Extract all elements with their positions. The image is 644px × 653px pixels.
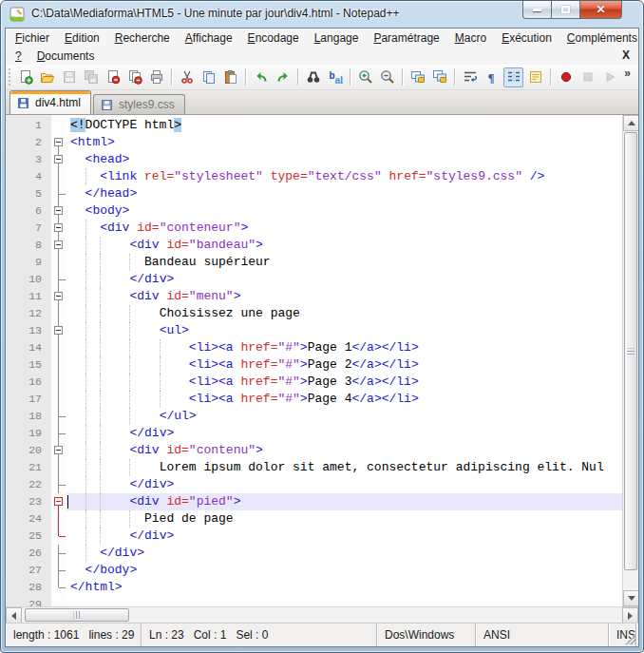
- fold-collapse-box-icon[interactable]: [54, 292, 63, 300]
- resize-grip[interactable]: [625, 633, 636, 644]
- fold-marker[interactable]: [51, 237, 66, 254]
- tab-div4-html[interactable]: div4.html: [9, 90, 91, 114]
- code-line-text: <li><a href="#">Page 1</a></li>: [66, 339, 622, 356]
- vertical-scrollbar[interactable]: [622, 115, 638, 606]
- cut-button[interactable]: [177, 67, 197, 87]
- horizontal-scrollbar[interactable]: [6, 606, 638, 623]
- fold-marker[interactable]: [51, 151, 66, 168]
- menu-item-help[interactable]: ?: [8, 48, 29, 65]
- fold-marker[interactable]: [51, 322, 66, 339]
- zoom-in-icon: [358, 69, 373, 85]
- function-list-button[interactable]: [525, 67, 545, 87]
- indent-guide-line: [129, 459, 130, 476]
- menu-item-recherche[interactable]: Recherche: [107, 29, 178, 47]
- record-macro-button[interactable]: [556, 67, 576, 87]
- fold-margin-cell: [51, 545, 66, 562]
- menu-item-compl-ments[interactable]: Compléments: [559, 29, 644, 47]
- fold-marker[interactable]: [51, 220, 66, 237]
- fold-marker[interactable]: [51, 288, 66, 305]
- indent-guide-line: [85, 391, 86, 408]
- code-line-6: 6 <body>: [6, 202, 622, 220]
- thumb-grip: [627, 348, 635, 355]
- code-segments: Lorem ipsum dolor sit amet, consectetur …: [70, 460, 604, 474]
- indent-guide-line: [85, 339, 86, 356]
- arrow-right-icon: [628, 612, 636, 620]
- open-folder-button[interactable]: [37, 67, 57, 87]
- sync-horizontal-scroll-icon: [432, 69, 447, 85]
- print-button[interactable]: [146, 67, 166, 87]
- zoom-in-button[interactable]: [355, 67, 375, 87]
- menu-item-macro[interactable]: Macro: [447, 29, 494, 47]
- close-document-x-button[interactable]: X: [622, 48, 630, 62]
- replace-button[interactable]: bab: [325, 67, 345, 87]
- tab-styles9-css[interactable]: styles9.css: [93, 94, 185, 114]
- horizontal-scrollbar-thumb[interactable]: [25, 608, 129, 622]
- indent-guide-line: [100, 459, 101, 476]
- fold-marker[interactable]: [51, 442, 66, 459]
- line-number: 23: [6, 493, 51, 510]
- thumb-grip: [74, 611, 81, 619]
- fold-collapse-box-icon[interactable]: [54, 326, 63, 335]
- fold-collapse-box-icon[interactable]: [54, 497, 63, 506]
- scroll-left-button[interactable]: [6, 607, 22, 624]
- undo-button[interactable]: [251, 67, 271, 87]
- code-segments: <li><a href="#">Page 4</a></li>: [70, 392, 419, 406]
- fold-margin-cell: [51, 305, 66, 322]
- copy-button[interactable]: [199, 67, 218, 87]
- sync-horizontal-scroll-button[interactable]: [429, 67, 449, 87]
- scroll-up-button[interactable]: [623, 115, 638, 131]
- vertical-scrollbar-thumb[interactable]: [624, 132, 637, 570]
- menu-item-affichage[interactable]: Affichage: [178, 29, 240, 47]
- close-document-button[interactable]: [103, 67, 123, 87]
- maximize-button[interactable]: [552, 1, 579, 19]
- menu-item-ex-cution[interactable]: Exécution: [494, 29, 559, 47]
- minimize-button[interactable]: [522, 1, 552, 19]
- new-document-button[interactable]: [15, 67, 35, 87]
- arrow-left-icon: [8, 612, 16, 620]
- fold-collapse-box-icon[interactable]: [54, 155, 63, 163]
- fold-margin-cell: [51, 408, 66, 425]
- paste-button[interactable]: [220, 67, 240, 87]
- scroll-down-button[interactable]: [623, 590, 638, 606]
- indent-guide-line: [100, 442, 101, 459]
- redo-button[interactable]: [273, 67, 293, 87]
- code-line-4: 4 <link rel="stylesheet" type="text/css"…: [6, 168, 622, 185]
- fold-collapse-box-icon[interactable]: [54, 240, 63, 249]
- close-all-documents-button[interactable]: [124, 67, 144, 87]
- code-segments: <div id="menu">: [70, 289, 240, 303]
- code-line-text: <body>: [66, 202, 622, 220]
- indent-guide-line: [85, 425, 86, 442]
- toolbar-overflow-chevron-icon[interactable]: »: [624, 67, 631, 80]
- zoom-out-button[interactable]: [377, 67, 397, 87]
- menu-item-fichier[interactable]: Fichier: [8, 29, 57, 47]
- save-all-button: [81, 67, 101, 87]
- menu-item-param-trage[interactable]: Paramétrage: [366, 29, 446, 47]
- fold-collapse-box-icon[interactable]: [54, 223, 63, 232]
- close-button[interactable]: ✕: [579, 1, 622, 19]
- line-number: 18: [6, 408, 51, 425]
- indent-guide-line: [160, 356, 161, 374]
- status-doc-stats: length : 1061 lines : 29: [6, 624, 142, 646]
- show-indent-guide-button[interactable]: [503, 67, 523, 87]
- fold-marker[interactable]: [51, 134, 66, 151]
- find-button[interactable]: [303, 67, 323, 87]
- code-line-text: <li><a href="#">Page 3</a></li>: [66, 374, 622, 391]
- fold-margin-cell: [51, 425, 66, 442]
- fold-collapse-box-icon[interactable]: [54, 138, 63, 146]
- indent-guide-line: [85, 322, 86, 339]
- fold-marker[interactable]: [51, 202, 66, 220]
- menu-item-encodage[interactable]: Encodage: [240, 29, 307, 47]
- menu-item-langage[interactable]: Langage: [307, 29, 367, 47]
- title-bar: C:\Data\Mediaforma\HTML5 - Une minute pa…: [1, 1, 643, 28]
- fold-collapse-box-icon[interactable]: [54, 206, 63, 215]
- menu-item-documents[interactable]: Documents: [29, 48, 103, 65]
- word-wrap-button[interactable]: [460, 67, 480, 87]
- scroll-right-button[interactable]: [622, 607, 638, 624]
- fold-marker[interactable]: [51, 493, 66, 510]
- editor[interactable]: 1<!DOCTYPE html>2<html>3 <head>4 <link r…: [6, 114, 638, 606]
- code-area[interactable]: 1<!DOCTYPE html>2<html>3 <head>4 <link r…: [6, 117, 622, 606]
- show-all-characters-button[interactable]: ¶: [482, 67, 502, 87]
- menu-item-edition[interactable]: Edition: [57, 29, 107, 47]
- fold-collapse-box-icon[interactable]: [54, 446, 63, 454]
- sync-vertical-scroll-button[interactable]: [407, 67, 427, 87]
